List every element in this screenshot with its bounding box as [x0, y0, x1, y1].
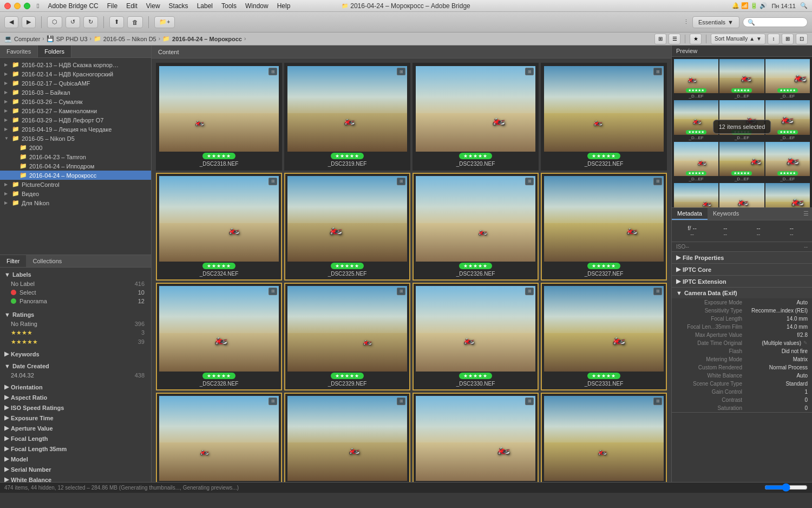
folder-item[interactable]: ▶ 📁 2016-03-26 – Сумаляк: [0, 97, 151, 106]
preview-thumb-wrapper[interactable]: 🏍️ ★★★★★_D...EF: [765, 142, 810, 182]
folder-item[interactable]: ▶ 📁 2016-03-29 – НДВ Лефорт О7: [0, 115, 151, 125]
image-cell[interactable]: 🏍️ ⊞★★★★★_DSC2321.NEF: [541, 63, 667, 171]
folder-item[interactable]: ▶ 📁 2016-03-27 – Каменоломни: [0, 106, 151, 115]
search-input[interactable]: [743, 17, 808, 27]
rotate-cw-button[interactable]: ↻: [83, 16, 98, 28]
focal35-section[interactable]: ▶ Focal Length 35mm: [0, 444, 151, 454]
list-view-button[interactable]: ☰: [669, 34, 680, 44]
preview-thumb-wrapper[interactable]: 🏍️ ★★★★★_D...EF: [674, 100, 718, 140]
image-cell[interactable]: 🏍️ ⊞★★★★★_DSC2335.NEF: [541, 393, 667, 482]
folder-item[interactable]: ▶ 📁 2016-03 – Байкал: [0, 88, 151, 97]
image-cell[interactable]: 🏍️ ⊞★★★★★_DSC2327.NEF: [541, 173, 667, 281]
preview-thumb-wrapper[interactable]: 🏍️ ★★★★★_D...EF: [674, 59, 718, 99]
iptc-ext-header[interactable]: ▶ IPTC Extension: [672, 276, 812, 287]
filter-panorama[interactable]: Panorama 12: [0, 297, 151, 305]
close-button[interactable]: [4, 3, 11, 9]
menu-stacks[interactable]: Stacks: [169, 2, 188, 10]
date-header[interactable]: ▼ Date Created: [0, 361, 151, 371]
zoom-button[interactable]: ⊞: [782, 34, 794, 44]
filter-select[interactable]: Select 10: [0, 288, 151, 297]
camera-data-header[interactable]: ▼ Camera Data (Exif): [672, 288, 812, 298]
folder-item[interactable]: 📁 2000: [0, 143, 151, 152]
folder-item[interactable]: ▼ 📁 2016-05 – Nikon D5: [0, 134, 151, 143]
image-grid[interactable]: 🏍️ ⊞★★★★★_DSC2318.NEF 🏍️ ⊞★★★★★_DSC2319.…: [152, 58, 671, 482]
iptc-core-header[interactable]: ▶ IPTC Core: [672, 264, 812, 275]
wb-section[interactable]: ▶ White Balance: [0, 474, 151, 482]
folder-item[interactable]: ▶ 📁 Видео: [0, 189, 151, 198]
zoom-slider[interactable]: [764, 485, 808, 491]
folder-item[interactable]: ▶ 📁 2016-02-17 – QubicaAMF: [0, 79, 151, 88]
aperture-section[interactable]: ▶ Aperture Value: [0, 423, 151, 433]
file-properties-header[interactable]: ▶ File Properties: [672, 252, 812, 263]
focal-section[interactable]: ▶ Focal Length: [0, 433, 151, 444]
favorites-tab[interactable]: Favorites: [0, 45, 38, 57]
folder-item[interactable]: ▶ 📁 PictureControl: [0, 180, 151, 189]
menu-bridge[interactable]: Adobe Bridge CC: [48, 2, 98, 10]
image-cell[interactable]: 🏍️ ⊞★★★★★_DSC2328.NEF: [156, 283, 282, 390]
image-cell[interactable]: 🏍️ ⊞★★★★★_DSC2324.NEF: [156, 173, 282, 281]
breadcrumb-sp[interactable]: 💾 SP PHD U3 ›: [47, 35, 91, 42]
essentials-dropdown[interactable]: Essentials ▼: [692, 16, 739, 28]
preview-thumb-wrapper[interactable]: 🏍️ ★★★★★_D...EF: [674, 183, 718, 208]
star-rating-button[interactable]: ★: [690, 34, 702, 44]
preview-thumb-wrapper[interactable]: 🏍️ ★★★★★_D...EF: [719, 59, 764, 99]
filter-no-rating[interactable]: No Rating 396: [0, 320, 151, 328]
metadata-options[interactable]: ☰: [800, 208, 812, 220]
maximize-button[interactable]: [24, 3, 30, 9]
reveal-button[interactable]: ⬡: [47, 16, 62, 28]
filter-5stars[interactable]: ★★★★★ 39: [0, 337, 151, 347]
menu-tools[interactable]: Tools: [221, 2, 237, 10]
labels-header[interactable]: ▼ Labels: [0, 270, 151, 279]
preview-thumb-wrapper[interactable]: 🏍️ ★★★★★_D...EF: [765, 183, 810, 208]
image-cell[interactable]: 🏍️ ⊞★★★★★_DSC2334.NEF: [412, 393, 539, 482]
folder-item[interactable]: ▶ 📁 Для Nikon: [0, 198, 151, 207]
orientation-section[interactable]: ▶ Orientation: [0, 382, 151, 392]
preview-thumb-wrapper[interactable]: 🏍️ ★★★★★_D...EF: [765, 100, 810, 140]
collections-tab[interactable]: Collections: [26, 255, 68, 267]
image-cell[interactable]: 🏍️ ⊞★★★★★_DSC2326.NEF: [412, 173, 539, 281]
image-cell[interactable]: 🏍️ ⊞★★★★★_DSC2329.NEF: [284, 283, 410, 390]
menu-apple[interactable]: : [37, 2, 39, 10]
image-cell[interactable]: 🏍️ ⊞★★★★★_DSC2320.NEF: [412, 63, 539, 171]
preview-thumb-wrapper[interactable]: 🏍️ ★★★★★_D...EF: [674, 142, 718, 182]
folder-item[interactable]: 📁 2016-04-23 – Tamron: [0, 152, 151, 161]
iso-section[interactable]: ▶ ISO Speed Ratings: [0, 402, 151, 413]
filter-tab[interactable]: Filter: [0, 255, 26, 267]
image-cell[interactable]: 🏍️ ⊞★★★★★_DSC2325.NEF: [284, 173, 410, 281]
folder-item[interactable]: ▶ 📁 2016-04-19 – Лекция на Чердаке: [0, 125, 151, 134]
folder-item[interactable]: ▶ 📁 2016-02-14 – НДВ Красногорский: [0, 69, 151, 79]
image-cell[interactable]: 🏍️ ⊞★★★★★_DSC2333.NEF: [284, 393, 410, 482]
keywords-tab[interactable]: Keywords: [708, 208, 744, 220]
model-section[interactable]: ▶ Model: [0, 454, 151, 464]
image-cell[interactable]: 🏍️ ⊞★★★★★_DSC2331.NEF: [541, 283, 667, 390]
delete-button[interactable]: 🗑: [127, 16, 143, 28]
filter-no-label[interactable]: No Label 416: [0, 279, 151, 288]
aspect-section[interactable]: ▶ Aspect Ratio: [0, 392, 151, 402]
menu-help[interactable]: Help: [277, 2, 291, 10]
minimize-button[interactable]: [14, 3, 21, 9]
filter-date[interactable]: 24.04.32 438: [0, 371, 151, 380]
exposure-section[interactable]: ▶ Exposure Time: [0, 413, 151, 423]
back-button[interactable]: ◀: [4, 16, 18, 28]
preview-thumb-wrapper[interactable]: 🏍️ ★★★★★_D...EF: [765, 59, 810, 99]
rotate-view-button[interactable]: ↕: [768, 34, 780, 44]
folders-tab[interactable]: Folders: [38, 45, 71, 57]
keywords-section[interactable]: ▶ Keywords: [0, 349, 151, 359]
open-button[interactable]: ⬆: [109, 16, 124, 28]
grid-view-button[interactable]: ⊞: [654, 34, 666, 44]
search-icon[interactable]: 🔍: [800, 2, 808, 9]
preview-thumb-wrapper[interactable]: 🏍️ ★★★★★_D...EF: [719, 142, 764, 182]
serial-section[interactable]: ▶ Serial Number: [0, 464, 151, 474]
image-cell[interactable]: 🏍️ ⊞★★★★★_DSC2332.NEF: [156, 393, 282, 482]
folder-item[interactable]: 📁 2016-04-24 – Морокросс: [0, 171, 151, 180]
menu-edit[interactable]: Edit: [126, 2, 137, 10]
sort-dropdown[interactable]: Sort Manually ▲ ▼: [711, 34, 765, 44]
menu-file[interactable]: File: [107, 2, 117, 10]
folder-item[interactable]: 📁 2016-04-24 – Ипподром: [0, 161, 151, 171]
image-cell[interactable]: 🏍️ ⊞★★★★★_DSC2318.NEF: [156, 63, 282, 171]
panel-button[interactable]: ⊡: [796, 34, 808, 44]
filter-4stars[interactable]: ★★★★ 3: [0, 328, 151, 337]
menu-view[interactable]: View: [146, 2, 160, 10]
breadcrumb-current[interactable]: 📁 2016-04-24 – Морокросс ›: [162, 35, 246, 42]
breadcrumb-computer[interactable]: 💻 Computer ›: [4, 35, 44, 42]
